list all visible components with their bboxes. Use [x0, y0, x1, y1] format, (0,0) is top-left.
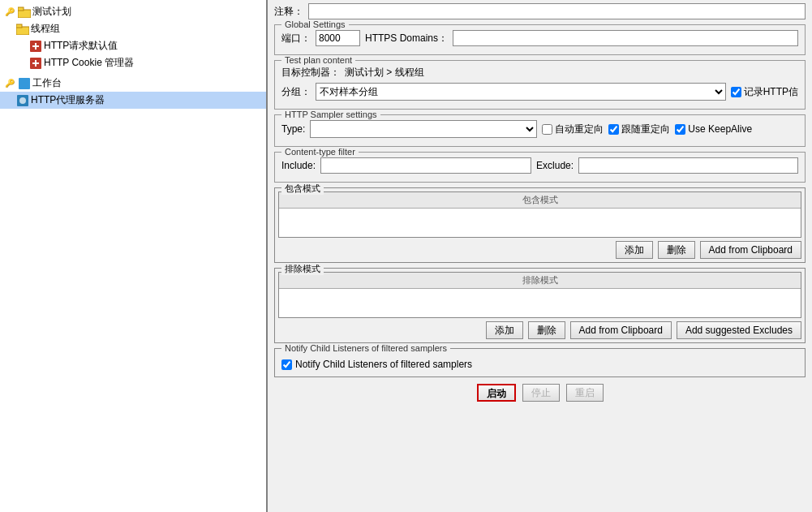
sampler-icon [29, 40, 42, 53]
follow-redirect-checkbox[interactable] [608, 124, 619, 135]
https-label: HTTPS Domains： [365, 32, 448, 45]
notify-title: Notify Child Listeners of filtered sampl… [281, 343, 450, 353]
include-table-body [279, 209, 801, 237]
tree-label: 测试计划 [32, 5, 71, 19]
record-label: 记录HTTP信 [744, 85, 798, 99]
include-label: Include: [281, 160, 316, 171]
folder-icon [18, 6, 31, 19]
start-button[interactable]: 启动 [477, 384, 516, 402]
content-filter-title: Content-type filter [281, 147, 359, 157]
auto-redirect-row: 自动重定向 [542, 123, 604, 136]
cookie-icon [29, 57, 42, 70]
exclude-table-body [279, 289, 801, 317]
include-mode-title: 包含模式 [281, 183, 324, 195]
keepalive-label: Use KeepAlive [688, 123, 752, 135]
exclude-btn-row: 添加 删除 Add from Clipboard Add suggested E… [278, 321, 801, 339]
include-input[interactable] [320, 157, 531, 174]
exclude-table: 排除模式 [278, 272, 801, 318]
tree-label: 线程组 [31, 22, 60, 36]
include-delete-button[interactable]: 删除 [658, 241, 695, 259]
include-add-button[interactable]: 添加 [616, 241, 653, 259]
auto-redirect-label: 自动重定向 [555, 123, 604, 136]
port-input[interactable] [316, 30, 360, 46]
include-table: 包含模式 [278, 191, 801, 238]
tree-label: HTTP代理服务器 [31, 93, 105, 107]
tree-item-workbench[interactable]: 🔑 工作台 [0, 75, 266, 92]
notify-row: Notify Child Listeners of filtered sampl… [281, 355, 798, 370]
bottom-buttons: 启动 停止 重启 [274, 384, 806, 402]
include-btn-row: 添加 删除 Add from Clipboard [278, 241, 801, 259]
exclude-input[interactable] [578, 157, 798, 174]
svg-rect-1 [18, 7, 24, 11]
include-clipboard-button[interactable]: Add from Clipboard [700, 241, 801, 259]
type-select[interactable] [310, 120, 537, 138]
tree-label: HTTP请求默认值 [44, 39, 118, 53]
svg-rect-10 [19, 78, 30, 89]
tree-item-http-cookie[interactable]: HTTP Cookie 管理器 [0, 54, 266, 71]
content-filter-group: Content-type filter Include: Exclude: [274, 152, 806, 183]
auto-redirect-checkbox[interactable] [542, 124, 552, 135]
notify-checkbox[interactable] [281, 359, 292, 370]
type-label: Type: [281, 123, 305, 135]
svg-rect-3 [16, 24, 22, 28]
workbench-icon [18, 77, 31, 90]
tree-label: 工作台 [32, 76, 62, 90]
exclude-suggested-button[interactable]: Add suggested Excludes [677, 321, 801, 339]
test-plan-title: Test plan content [281, 55, 355, 65]
tree-item-test-plan[interactable]: 🔑 测试计划 [0, 3, 266, 20]
http-sampler-group: HTTP Sampler settings Type: 自动重定向 跟随重定向 … [274, 114, 806, 147]
pin-icon: 🔑 [3, 6, 16, 19]
follow-redirect-label: 跟随重定向 [621, 123, 670, 136]
https-input[interactable] [453, 30, 798, 46]
notify-label: Notify Child Listeners of filtered sampl… [295, 359, 472, 370]
global-settings-title: Global Settings [281, 19, 349, 29]
tree-item-thread-group[interactable]: 线程组 [0, 20, 266, 37]
groupby-label: 分组： [281, 85, 311, 99]
exclude-mode-section: 排除模式 排除模式 添加 删除 Add from Clipboard Add s… [274, 268, 806, 343]
tree-label: HTTP Cookie 管理器 [44, 56, 134, 70]
test-plan-content-group: Test plan content 目标控制器： 测试计划 > 线程组 分组： … [274, 60, 806, 110]
http-sampler-title: HTTP Sampler settings [281, 110, 380, 119]
target-label: 目标控制器： [281, 66, 340, 80]
exclude-mode-title: 排除模式 [281, 263, 324, 275]
target-value: 测试计划 > 线程组 [345, 66, 424, 80]
folder-open-icon [16, 23, 29, 36]
right-panel: 注释： Global Settings 端口： HTTPS Domains： T… [268, 0, 812, 512]
include-table-header: 包含模式 [279, 192, 801, 209]
groupby-select[interactable]: 不对样本分组 在组间放入控制器 只存储第一个样本 只存储最后一个样本 [316, 83, 726, 101]
include-mode-section: 包含模式 包含模式 添加 删除 Add from Clipboard [274, 187, 806, 263]
keepalive-checkbox[interactable] [675, 124, 685, 135]
exclude-label: Exclude: [536, 160, 574, 171]
record-checkbox-row: 记录HTTP信 [731, 85, 798, 99]
record-checkbox[interactable] [731, 87, 741, 97]
exclude-table-header: 排除模式 [279, 273, 801, 289]
tree-item-http-sampler[interactable]: HTTP请求默认值 [0, 37, 266, 54]
follow-redirect-row: 跟随重定向 [608, 123, 670, 136]
exclude-delete-button[interactable]: 删除 [528, 321, 565, 339]
exclude-clipboard-button[interactable]: Add from Clipboard [570, 321, 672, 339]
tree-panel: 🔑 测试计划 线程组 HTTP请求默认值 HTTP Cookie 管理器 🔑 工… [0, 0, 268, 512]
exclude-add-button[interactable]: 添加 [486, 321, 523, 339]
global-settings-group: Global Settings 端口： HTTPS Domains： [274, 24, 806, 55]
port-label: 端口： [281, 32, 311, 45]
notify-section: Notify Child Listeners of filtered sampl… [274, 348, 806, 377]
keepalive-row: Use KeepAlive [675, 123, 752, 135]
comment-label: 注释： [274, 5, 303, 19]
stop-button[interactable]: 停止 [522, 384, 560, 402]
pin2-icon: 🔑 [3, 77, 16, 90]
restart-button[interactable]: 重启 [566, 384, 604, 402]
svg-point-12 [19, 97, 26, 104]
comment-input[interactable] [308, 3, 806, 19]
tree-item-http-proxy[interactable]: HTTP代理服务器 [0, 92, 266, 109]
proxy-icon [16, 94, 29, 107]
